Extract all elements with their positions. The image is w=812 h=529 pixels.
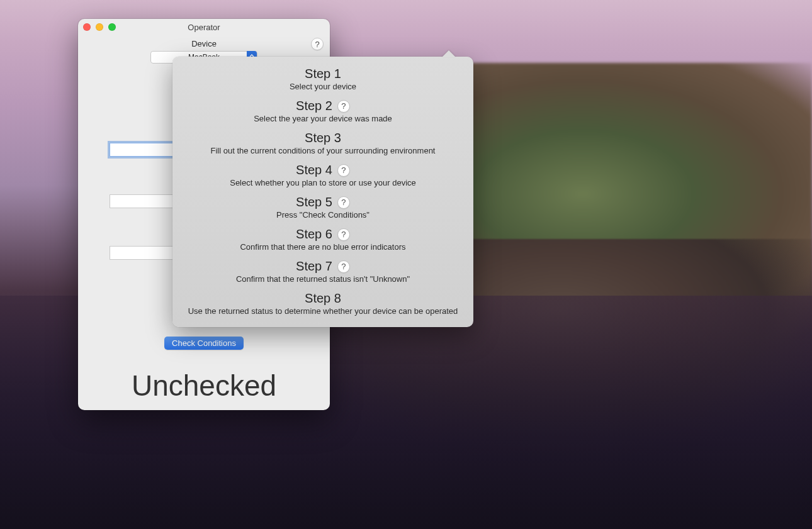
help-step-title: Step 5 <box>296 195 332 209</box>
help-step: Step 2?Select the year your device was m… <box>179 99 467 123</box>
help-step-desc: Select your device <box>179 82 467 91</box>
help-step-title-row: Step 4? <box>179 163 467 177</box>
help-step-title-row: Step 8 <box>179 291 467 306</box>
help-step-title: Step 4 <box>296 163 332 177</box>
help-step-title: Step 8 <box>305 291 341 306</box>
question-icon: ? <box>341 101 346 111</box>
step-help-button[interactable]: ? <box>337 260 350 273</box>
status-text: Unchecked <box>87 369 321 403</box>
help-step-desc: Use the returned status to determine whe… <box>179 306 467 316</box>
step-help-button[interactable]: ? <box>337 164 350 177</box>
help-step-title: Step 6 <box>296 227 332 242</box>
question-icon: ? <box>341 165 346 175</box>
help-step-title-row: Step 2? <box>179 99 467 113</box>
help-step-desc: Confirm that the returned status isn't "… <box>179 274 467 284</box>
help-step-title-row: Step 1 <box>179 67 467 81</box>
step-help-button[interactable]: ? <box>337 100 350 113</box>
help-step: Step 1Select your device <box>179 67 467 91</box>
help-step: Step 5?Press "Check Conditions" <box>179 195 467 220</box>
help-step-title: Step 3 <box>305 131 341 145</box>
help-step-desc: Select whether you plan to store or use … <box>179 178 467 187</box>
help-step: Step 3Fill out the current conditions of… <box>179 131 467 155</box>
help-step-title: Step 1 <box>305 67 341 81</box>
help-step-title-row: Step 6? <box>179 227 467 242</box>
fullscreen-button[interactable] <box>108 23 116 31</box>
step-help-button[interactable]: ? <box>337 196 350 209</box>
help-step-desc: Confirm that there are no blue error ind… <box>179 242 467 252</box>
help-step: Step 4?Select whether you plan to store … <box>179 163 467 187</box>
titlebar: Operator <box>78 19 330 33</box>
help-step-desc: Fill out the current conditions of your … <box>179 146 467 155</box>
device-label: Device <box>87 39 321 48</box>
help-popover: Step 1Select your deviceStep 2?Select th… <box>172 57 473 327</box>
step-help-button[interactable]: ? <box>337 228 350 241</box>
help-step: Step 7?Confirm that the returned status … <box>179 259 467 284</box>
minimize-button[interactable] <box>96 23 103 31</box>
help-step-title-row: Step 7? <box>179 259 467 274</box>
help-step-desc: Press "Check Conditions" <box>179 210 467 220</box>
help-step: Step 6?Confirm that there are no blue er… <box>179 227 467 252</box>
check-conditions-button[interactable]: Check Conditions <box>164 337 244 350</box>
help-step-title-row: Step 5? <box>179 195 467 209</box>
question-icon: ? <box>341 230 346 239</box>
help-step-title: Step 7 <box>296 259 332 274</box>
window-title: Operator <box>78 23 330 32</box>
help-step-title-row: Step 3 <box>179 131 467 145</box>
help-step-title: Step 2 <box>296 99 332 113</box>
close-button[interactable] <box>83 23 91 31</box>
question-icon: ? <box>341 262 346 271</box>
help-step: Step 8Use the returned status to determi… <box>179 291 467 316</box>
traffic-lights <box>83 23 116 31</box>
help-step-desc: Select the year your device was made <box>179 114 467 123</box>
question-icon: ? <box>341 198 346 207</box>
